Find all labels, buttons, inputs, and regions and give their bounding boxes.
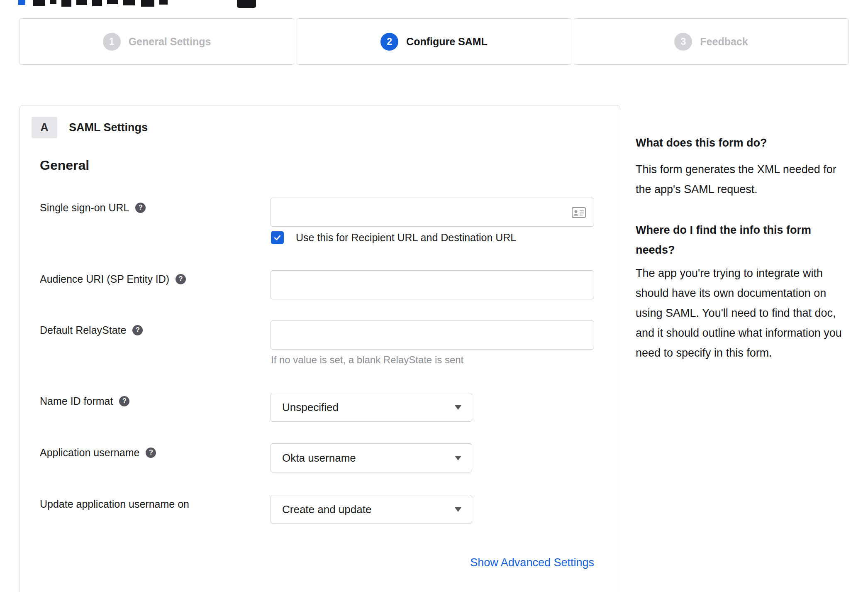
nameid-format-label-row: Name ID format ? [40, 395, 129, 407]
help-question-1: What does this form do? [636, 133, 842, 153]
relaystate-hint: If no value is set, a blank RelayState i… [271, 354, 463, 366]
sso-url-label: Single sign-on URL [40, 201, 129, 214]
audience-uri-input[interactable] [271, 270, 594, 299]
step-number-badge: 1 [103, 33, 121, 51]
app-username-label: Application username [40, 446, 139, 459]
contact-card-icon[interactable] [572, 207, 586, 220]
clipped-title-fragment [141, 0, 154, 7]
panel-title: SAML Settings [69, 121, 148, 134]
step-feedback[interactable]: 3 Feedback [574, 18, 848, 65]
app-username-help-icon[interactable]: ? [146, 448, 156, 458]
step-general-settings[interactable]: 1 General Settings [20, 18, 294, 65]
clipped-accent-fragment [18, 0, 25, 5]
clipped-title-fragment [33, 0, 45, 6]
recipient-url-checkbox[interactable] [271, 231, 284, 244]
nameid-format-value: Unspecified [282, 401, 339, 414]
sso-url-label-row: Single sign-on URL ? [40, 201, 146, 214]
help-question-2: Where do I find the info this form needs… [636, 220, 842, 260]
show-advanced-settings-link[interactable]: Show Advanced Settings [470, 556, 594, 569]
clipped-title-fragment [76, 0, 87, 5]
okta-configure-saml-page: 1 General Settings 2 Configure SAML 3 Fe… [0, 0, 868, 592]
clipped-page-title [18, 0, 309, 9]
recipient-url-checkbox-row: Use this for Recipient URL and Destinati… [271, 231, 516, 244]
recipient-url-checkbox-label[interactable]: Use this for Recipient URL and Destinati… [296, 232, 516, 244]
chevron-down-icon [455, 507, 461, 512]
chevron-down-icon [455, 405, 461, 410]
update-username-label-row: Update application username on [40, 498, 189, 510]
audience-uri-label-row: Audience URI (SP Entity ID) ? [40, 273, 186, 285]
clipped-app-logo [237, 0, 256, 8]
relaystate-help-icon[interactable]: ? [132, 325, 143, 335]
nameid-format-label: Name ID format [40, 395, 113, 407]
app-username-value: Okta username [282, 452, 356, 465]
general-section-title: General [40, 158, 89, 173]
step-label: Configure SAML [406, 36, 488, 48]
step-number-badge: 3 [674, 33, 692, 51]
nameid-help-icon[interactable]: ? [119, 396, 129, 406]
sso-url-input[interactable] [271, 198, 594, 227]
clipped-title-fragment [107, 0, 118, 4]
wizard-stepper: 1 General Settings 2 Configure SAML 3 Fe… [20, 18, 848, 65]
help-answer-2: The app you're trying to integrate with … [636, 263, 842, 363]
app-username-label-row: Application username ? [40, 446, 156, 459]
app-username-select[interactable]: Okta username [271, 443, 472, 472]
step-number-badge: 2 [380, 33, 398, 51]
chevron-down-icon [455, 456, 461, 460]
audience-uri-label: Audience URI (SP Entity ID) [40, 273, 169, 285]
relaystate-label: Default RelayState [40, 324, 126, 336]
help-answer-1: This form generates the XML needed for t… [636, 159, 842, 199]
clipped-title-fragment [92, 0, 102, 6]
audience-help-icon[interactable]: ? [176, 274, 186, 284]
sso-help-icon[interactable]: ? [135, 203, 146, 213]
update-username-label: Update application username on [40, 498, 189, 510]
saml-settings-panel: A SAML Settings General Single sign-on U… [20, 105, 620, 592]
relaystate-label-row: Default RelayState ? [40, 324, 143, 336]
update-username-select[interactable]: Create and update [271, 495, 472, 524]
clipped-title-fragment [50, 0, 56, 4]
step-label: General Settings [129, 36, 211, 48]
step-label: Feedback [700, 36, 748, 48]
nameid-format-select[interactable]: Unspecified [271, 393, 472, 422]
clipped-title-fragment [61, 0, 71, 7]
relaystate-input[interactable] [271, 320, 594, 350]
section-a-badge: A [32, 117, 57, 138]
step-configure-saml[interactable]: 2 Configure SAML [297, 18, 571, 65]
clipped-title-fragment [123, 0, 135, 5]
help-sidebar: What does this form do? This form genera… [636, 133, 842, 363]
update-username-value: Create and update [282, 503, 371, 516]
clipped-title-fragment [159, 0, 168, 5]
